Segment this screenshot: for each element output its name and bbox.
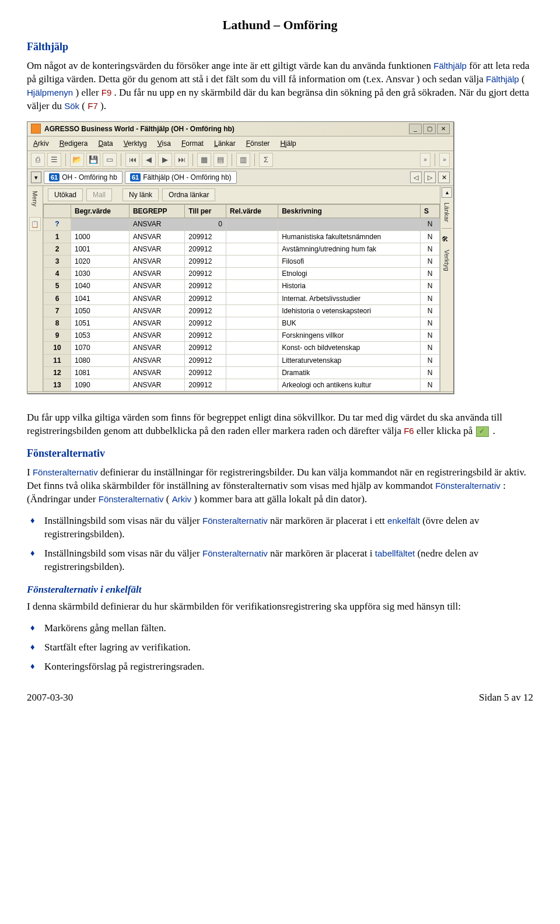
table-row[interactable]: 71050ANSVAR209912Idehistoria o vetenskap…: [44, 304, 440, 317]
minimize-button[interactable]: _: [409, 124, 422, 134]
rail-label-lankar[interactable]: Länkar: [443, 202, 452, 222]
tab-close[interactable]: ✕: [438, 172, 450, 183]
search-tillper[interactable]: 0: [185, 218, 226, 230]
inline-sans: Fönsteralternativ: [435, 481, 501, 491]
open-icon[interactable]: 📂: [70, 153, 84, 167]
sidebar-toggle[interactable]: ▾: [31, 172, 41, 183]
menu-redigera[interactable]: Redigera: [60, 139, 88, 148]
table-row[interactable]: 41030ANSVAR209912EtnologiN: [44, 268, 440, 280]
app-icon: [31, 124, 41, 134]
cell-s: N: [421, 342, 440, 354]
cell-beskrivning: Internat. Arbetslivsstudier: [278, 292, 421, 304]
table-row[interactable]: 131090ANSVAR209912Arkeologi och antikens…: [44, 379, 440, 391]
nav-last-icon[interactable]: ⏭: [174, 153, 188, 167]
close-button[interactable]: ✕: [437, 124, 450, 134]
col-tillper[interactable]: Till per: [185, 205, 226, 218]
result-grid[interactable]: Begr.värde BEGREPP Till per Rel.värde Be…: [43, 204, 440, 391]
menu-format[interactable]: Format: [181, 139, 204, 148]
menu-verktyg[interactable]: Verktyg: [124, 139, 147, 148]
table-row[interactable]: 51040ANSVAR209912HistoriaN: [44, 280, 440, 292]
search-relvarde[interactable]: [226, 218, 278, 230]
col-rownum: [44, 205, 71, 218]
table-row[interactable]: 101070ANSVAR209912Konst- och bildvetensk…: [44, 342, 440, 354]
tab-next[interactable]: ▷: [424, 172, 436, 183]
menu-visa[interactable]: Visa: [158, 139, 171, 148]
cell-begrepp: ANSVAR: [129, 317, 184, 329]
nav-next-icon[interactable]: ▶: [158, 153, 172, 167]
search-s[interactable]: N: [421, 218, 440, 230]
cell-relvarde: [226, 243, 278, 255]
cell-begrvarde: 1000: [71, 230, 130, 243]
section-falthjalp: Fälthjälp: [27, 40, 533, 54]
cell-begrvarde: 1070: [71, 342, 130, 354]
cell-relvarde: [226, 317, 278, 329]
rownum-cell: 2: [44, 243, 71, 255]
menubar: Arkiv Redigera Data Verktyg Visa Format …: [27, 136, 453, 151]
cell-s: N: [421, 280, 440, 292]
subbtn-ordna-lankar[interactable]: Ordna länkar: [162, 188, 215, 201]
table-icon[interactable]: ▥: [236, 153, 250, 167]
bullet-item: Inställningsbild som visas när du väljer…: [30, 547, 533, 574]
table-row[interactable]: 61041ANSVAR209912Internat. Arbetslivsstu…: [44, 292, 440, 304]
nav-prev-icon[interactable]: ◀: [142, 153, 156, 167]
cell-begrvarde: 1030: [71, 268, 130, 280]
search-begrvarde[interactable]: [71, 218, 130, 230]
table-row[interactable]: 91053ANSVAR209912Forskningens villkorN: [44, 330, 440, 342]
cell-begrepp: ANSVAR: [129, 379, 184, 391]
sidebar-copy-icon[interactable]: 📋: [29, 217, 41, 231]
table-row[interactable]: 31020ANSVAR209912FilosofiN: [44, 256, 440, 268]
maximize-button[interactable]: ▢: [423, 124, 436, 134]
cell-relvarde: [226, 342, 278, 354]
toolbar-more-1[interactable]: »: [420, 153, 430, 167]
cell-relvarde: [226, 354, 278, 366]
search-beskrivning[interactable]: [278, 218, 421, 230]
menu-data[interactable]: Data: [98, 139, 113, 148]
preview-icon[interactable]: ☰: [47, 153, 61, 167]
search-begrepp[interactable]: ANSVAR: [129, 218, 184, 230]
menu-hjalp[interactable]: Hjälp: [280, 139, 296, 148]
toolbar-more-2[interactable]: »: [439, 153, 450, 167]
subbtn-ny-lank[interactable]: Ny länk: [123, 188, 159, 201]
col-beskrivning[interactable]: Beskrivning: [278, 205, 421, 218]
save-icon[interactable]: 💾: [86, 153, 100, 167]
table-row[interactable]: 21001ANSVAR209912Avstämning/utredning hu…: [44, 243, 440, 255]
inline-sans: Fälthjälp: [433, 61, 467, 71]
grid2-icon[interactable]: ▤: [214, 153, 228, 167]
table-row[interactable]: 111080ANSVAR209912LitteraturvetenskapN: [44, 354, 440, 366]
table-row[interactable]: 121081ANSVAR209912DramatikN: [44, 366, 440, 379]
print-icon[interactable]: ⎙: [31, 153, 45, 167]
titlebar: AGRESSO Business World - Fälthjälp (OH -…: [27, 122, 453, 136]
clear-icon[interactable]: ▭: [103, 153, 117, 167]
subbtn-utokad[interactable]: Utökad: [48, 188, 83, 201]
nav-first-icon[interactable]: ⏮: [125, 153, 139, 167]
col-relvarde[interactable]: Rel.värde: [226, 205, 278, 218]
inline-sans: Fälthjälp: [486, 74, 519, 84]
col-s[interactable]: S: [421, 205, 440, 218]
rail-tools-icon[interactable]: 🛠: [442, 235, 452, 245]
menu-fonster[interactable]: Fönster: [246, 139, 270, 148]
subbtn-mall[interactable]: Mall: [86, 188, 112, 201]
cell-beskrivning: Arkeologi och antikens kultur: [278, 379, 421, 391]
tab-prev[interactable]: ◁: [410, 172, 422, 183]
cell-tillper: 209912: [185, 330, 226, 342]
table-row[interactable]: 81051ANSVAR209912BUKN: [44, 317, 440, 329]
grid1-icon[interactable]: ▦: [197, 153, 211, 167]
sidebar-label-meny[interactable]: Meny: [31, 191, 40, 206]
col-begrvarde[interactable]: Begr.värde: [71, 205, 130, 218]
tab-falthjalp[interactable]: 61 Fälthjälp (OH - Omföring hb): [125, 171, 237, 184]
col-begrepp[interactable]: BEGREPP: [129, 205, 184, 218]
table-row[interactable]: 11000ANSVAR209912Humanistiska fakultetsn…: [44, 230, 440, 243]
text: (: [166, 494, 170, 505]
search-row[interactable]: ? ANSVAR 0 N: [44, 218, 440, 230]
menu-arkiv[interactable]: Arkiv: [33, 139, 49, 148]
cell-s: N: [421, 366, 440, 379]
cell-relvarde: [226, 230, 278, 243]
tab-omforing[interactable]: 61 OH - Omföring hb: [44, 171, 123, 184]
bullet-item: Konteringsförslag på registreringsraden.: [30, 660, 533, 674]
inline-key: F9: [102, 88, 112, 97]
search-indicator: ?: [44, 218, 71, 230]
scrollbar-up[interactable]: ▴: [442, 187, 452, 198]
sum-icon[interactable]: Σ: [259, 153, 273, 167]
menu-lankar[interactable]: Länkar: [214, 139, 236, 148]
rail-label-verktyg[interactable]: Verktyg: [443, 250, 452, 271]
